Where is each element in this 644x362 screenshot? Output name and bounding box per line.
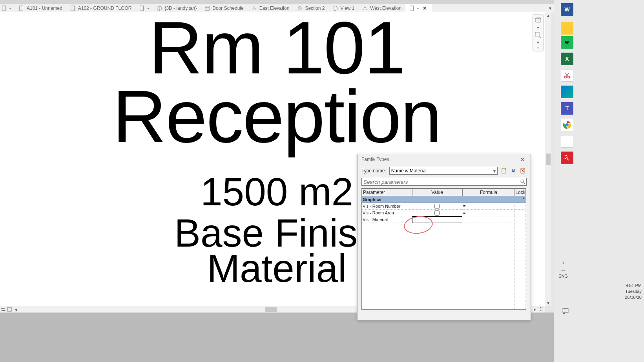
- type-name-label: Type name:: [361, 168, 386, 174]
- nav-toggle-icon[interactable]: ○: [534, 46, 542, 49]
- rename-type-button[interactable]: AI: [510, 167, 517, 174]
- acrobat-icon[interactable]: [561, 152, 573, 164]
- header-parameter[interactable]: Parameter: [362, 188, 412, 196]
- room-number-text: Rm 101: [0, 10, 554, 85]
- parameters-table: Parameter Value Formula Lock Graphics˄ V…: [361, 188, 526, 310]
- header-value[interactable]: Value: [412, 188, 462, 196]
- spotify-icon[interactable]: [561, 36, 573, 49]
- dialog-titlebar[interactable]: Family Types ✕: [358, 154, 531, 165]
- wifi-icon[interactable]: ⚋: [555, 267, 572, 272]
- windows-taskbar: W X T R ‹ ⚋ ENG 9:51 PM Tuesday 26/10/20: [554, 0, 644, 362]
- scroll-left-icon[interactable]: ◂: [13, 306, 19, 313]
- replace-icon[interactable]: [0, 306, 6, 313]
- chrome-icon[interactable]: [561, 119, 573, 131]
- edge-icon[interactable]: [561, 86, 573, 98]
- navigation-panel: ▾ ▾ ○: [533, 14, 544, 51]
- param-formula[interactable]: =: [462, 203, 515, 210]
- group-row-graphics[interactable]: Graphics˄: [362, 196, 526, 203]
- param-value-checkbox[interactable]: [434, 210, 440, 216]
- zoom-region-icon[interactable]: [534, 31, 542, 39]
- scrollbar-thumb[interactable]: [265, 307, 277, 312]
- param-value-checkbox[interactable]: [434, 204, 440, 209]
- file-explorer-icon[interactable]: [561, 22, 573, 35]
- window-top-strip: [0, 0, 554, 4]
- chevron-down-icon: ▾: [493, 168, 496, 174]
- scroll-down-icon[interactable]: ▾: [545, 300, 551, 306]
- crop-icon[interactable]: [6, 306, 13, 313]
- clock-time: 9:51 PM: [554, 283, 642, 289]
- header-formula[interactable]: Formula: [462, 188, 515, 196]
- table-row-empty: [362, 223, 526, 309]
- svg-rect-10: [535, 32, 539, 36]
- scroll-right-icon[interactable]: ▸: [532, 306, 538, 313]
- search-input[interactable]: [361, 178, 527, 186]
- svg-point-18: [521, 180, 524, 183]
- teams-icon[interactable]: T: [561, 102, 573, 115]
- svg-text:AI: AI: [511, 169, 515, 173]
- clock-day: Tuesday: [554, 289, 642, 294]
- type-name-value: Name w Material: [391, 168, 427, 174]
- svg-rect-0: [2, 5, 6, 10]
- param-formula[interactable]: =: [462, 216, 515, 223]
- snipping-tool-icon[interactable]: [561, 69, 573, 82]
- svg-rect-9: [410, 5, 414, 10]
- scroll-up-icon[interactable]: ▴: [545, 12, 551, 18]
- revit-icon[interactable]: R: [561, 135, 573, 148]
- svg-rect-12: [7, 307, 11, 311]
- language-indicator[interactable]: ENG: [555, 274, 572, 278]
- chevron-down-icon[interactable]: ▾: [534, 40, 542, 44]
- svg-rect-1: [20, 5, 23, 10]
- chevron-down-icon[interactable]: ▾: [534, 26, 542, 29]
- split-icon[interactable]: ⠿: [538, 306, 544, 313]
- table-row[interactable]: Vis - Material =: [362, 216, 526, 223]
- svg-rect-27: [563, 308, 568, 313]
- notifications-icon[interactable]: [561, 306, 570, 316]
- search-icon[interactable]: [520, 179, 526, 185]
- new-type-button[interactable]: [501, 167, 508, 174]
- room-name-text: Reception: [0, 79, 554, 154]
- scrollbar-thumb[interactable]: [546, 154, 551, 165]
- svg-rect-3: [140, 5, 144, 10]
- svg-line-11: [539, 36, 541, 38]
- svg-line-19: [523, 182, 525, 184]
- tray-expand-icon[interactable]: ‹: [555, 259, 572, 265]
- dialog-title-text: Family Types: [361, 157, 389, 162]
- param-value-input[interactable]: [412, 216, 462, 223]
- delete-type-button[interactable]: [520, 167, 527, 174]
- excel-icon[interactable]: X: [561, 53, 573, 65]
- word-icon[interactable]: W: [561, 3, 573, 16]
- collapse-icon[interactable]: ˄: [523, 197, 525, 201]
- vertical-scrollbar[interactable]: ▴ ▾: [545, 12, 551, 306]
- param-formula[interactable]: =: [462, 210, 515, 216]
- close-icon[interactable]: ✕: [518, 156, 527, 163]
- svg-rect-2: [71, 5, 74, 10]
- type-name-dropdown[interactable]: Name w Material ▾: [389, 167, 498, 175]
- table-row[interactable]: Vis - Room Area =: [362, 210, 526, 216]
- viewcube-icon[interactable]: [534, 16, 542, 24]
- param-name: Vis - Room Area: [362, 210, 412, 216]
- table-row[interactable]: Vis - Room Number =: [362, 203, 526, 210]
- clock-date: 26/10/20: [554, 294, 642, 300]
- group-label: Graphics: [363, 197, 381, 202]
- header-lock[interactable]: Lock: [515, 188, 526, 196]
- system-tray[interactable]: ‹ ⚋ ENG: [555, 259, 572, 278]
- param-name: Vis - Material: [362, 216, 412, 223]
- param-name: Vis - Room Number: [362, 203, 412, 210]
- taskbar-clock[interactable]: 9:51 PM Tuesday 26/10/20: [554, 283, 644, 300]
- family-types-dialog: Family Types ✕ Type name: Name w Materia…: [357, 154, 531, 320]
